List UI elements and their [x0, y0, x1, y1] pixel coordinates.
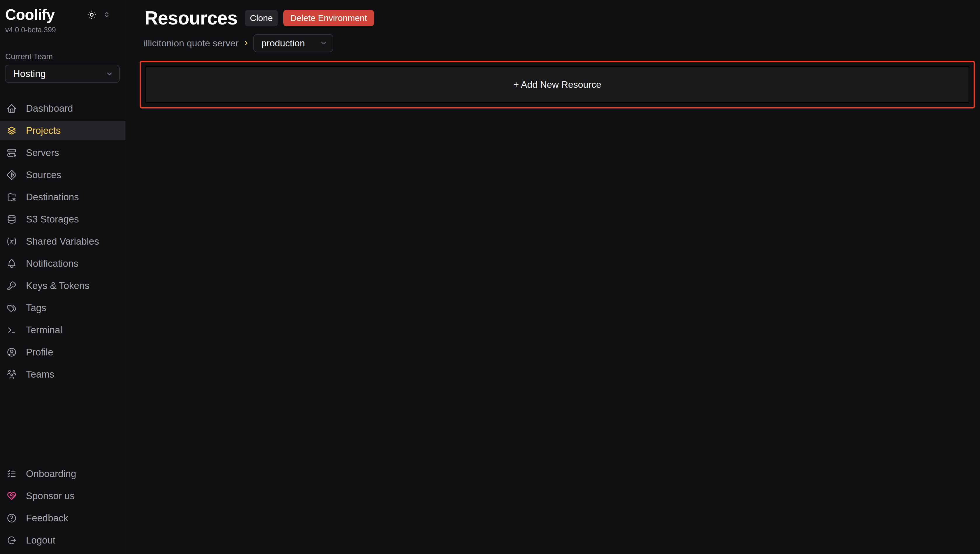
sidebar-item-tags[interactable]: Tags — [0, 298, 125, 318]
sidebar-item-dashboard[interactable]: Dashboard — [0, 99, 125, 118]
database-icon — [6, 214, 17, 224]
selector-icon[interactable] — [103, 10, 111, 19]
brand-icons — [86, 10, 111, 20]
add-new-resource-label: + Add New Resource — [513, 79, 601, 90]
sidebar-item-label: Notifications — [26, 258, 78, 269]
key-icon — [6, 280, 17, 291]
variable-icon — [6, 236, 17, 247]
users-group-icon — [6, 369, 17, 380]
logout-icon — [6, 535, 17, 546]
sidebar-footer-nav: Onboarding Sponsor us Fee — [0, 464, 125, 554]
tags-icon — [6, 302, 17, 313]
team-select[interactable]: Hosting — [5, 65, 120, 83]
app-logo[interactable]: Coolify — [5, 6, 54, 23]
sidebar-item-onboarding[interactable]: Onboarding — [0, 464, 125, 484]
sidebar-spacer — [0, 387, 125, 464]
sidebar-item-label: Keys & Tokens — [26, 280, 89, 291]
sidebar-item-projects[interactable]: Projects — [0, 121, 125, 140]
heart-handshake-icon — [6, 491, 17, 501]
sidebar-item-notifications[interactable]: Notifications — [0, 254, 125, 273]
sidebar-item-label: Sources — [26, 169, 61, 180]
attention-highlight-box: + Add New Resource — [140, 60, 975, 108]
add-new-resource-button[interactable]: + Add New Resource — [145, 66, 969, 103]
team-select-value: Hosting — [13, 68, 46, 79]
sidebar-item-label: Dashboard — [26, 103, 73, 114]
layers-icon — [6, 126, 17, 136]
sidebar-item-label: Logout — [26, 535, 56, 546]
user-circle-icon — [6, 347, 17, 358]
current-team-label: Current Team — [5, 52, 125, 61]
sidebar-item-teams[interactable]: Teams — [0, 365, 125, 384]
terminal-icon — [6, 325, 17, 335]
sidebar-item-label: Destinations — [26, 191, 79, 203]
checklist-icon — [6, 468, 17, 479]
sidebar-item-destinations[interactable]: Destinations — [0, 188, 125, 207]
sidebar-item-logout[interactable]: Logout — [0, 531, 125, 550]
chevron-down-icon — [105, 70, 113, 78]
server-icon — [6, 148, 17, 158]
main-content: Resources Clone Delete Environment illic… — [125, 0, 980, 554]
sidebar-item-label: Tags — [26, 302, 46, 314]
sidebar-item-servers[interactable]: Servers — [0, 143, 125, 162]
sidebar-item-terminal[interactable]: Terminal — [0, 320, 125, 340]
sidebar-item-shared-variables[interactable]: Shared Variables — [0, 232, 125, 251]
clone-button[interactable]: Clone — [245, 10, 277, 26]
sidebar-item-label: Servers — [26, 147, 59, 158]
git-icon — [6, 170, 17, 180]
sidebar-nav: Dashboard Projects Server — [0, 99, 125, 387]
app-version: v4.0.0-beta.399 — [5, 25, 125, 34]
bell-icon — [6, 258, 17, 269]
sidebar-item-sources[interactable]: Sources — [0, 166, 125, 185]
delete-environment-button[interactable]: Delete Environment — [283, 10, 374, 26]
sidebar-item-keys-tokens[interactable]: Keys & Tokens — [0, 276, 125, 295]
sidebar-item-label: Shared Variables — [26, 236, 99, 247]
page-header: Resources Clone Delete Environment — [140, 10, 980, 27]
sidebar-item-label: Teams — [26, 369, 54, 380]
environment-select[interactable]: production — [253, 34, 333, 52]
sun-icon[interactable] — [86, 10, 97, 20]
sidebar-item-sponsor-us[interactable]: Sponsor us — [0, 486, 125, 506]
home-icon — [6, 103, 17, 114]
sidebar-item-label: Feedback — [26, 513, 68, 524]
sidebar-item-label: Onboarding — [26, 468, 76, 479]
environment-select-value: production — [261, 38, 305, 49]
map-icon — [6, 192, 17, 202]
sidebar-item-label: Sponsor us — [26, 490, 75, 501]
breadcrumb: illicitonion quote server production — [140, 34, 980, 52]
sidebar-item-s3-storages[interactable]: S3 Storages — [0, 210, 125, 229]
sidebar-item-label: Terminal — [26, 325, 62, 336]
chevron-down-icon — [320, 39, 327, 47]
sidebar-item-label: S3 Storages — [26, 214, 79, 225]
brand-row: Coolify — [0, 6, 125, 23]
sidebar-item-label: Profile — [26, 347, 53, 358]
sidebar-item-label: Projects — [26, 125, 60, 136]
help-circle-icon — [6, 513, 17, 524]
chevron-right-icon — [243, 40, 250, 46]
sidebar-item-profile[interactable]: Profile — [0, 342, 125, 362]
page-title: Resources — [145, 7, 237, 29]
sidebar-item-feedback[interactable]: Feedback — [0, 508, 125, 528]
sidebar: Coolify v4.0.0-beta.399 Current Team Hos… — [0, 0, 125, 554]
breadcrumb-project-link[interactable]: illicitonion quote server — [144, 38, 239, 49]
